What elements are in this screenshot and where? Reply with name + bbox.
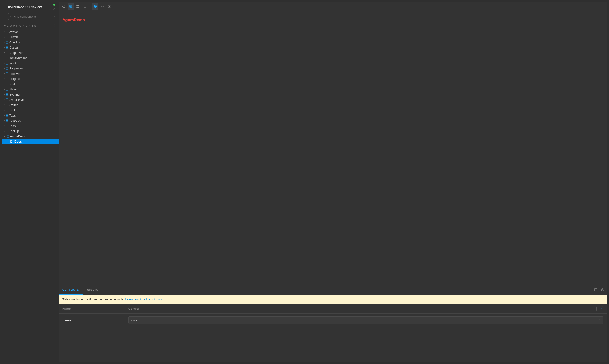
tree-item-popover[interactable]: Popover: [2, 71, 59, 76]
tree-item-avatar[interactable]: Avatar: [2, 29, 59, 35]
search-icon: [9, 15, 12, 18]
svg-rect-71: [84, 5, 85, 8]
refresh-button[interactable]: [61, 3, 67, 10]
tree-item-dropdown[interactable]: Dropdown: [2, 50, 59, 55]
notice-link[interactable]: Learn how to add controls: [125, 298, 160, 301]
tree-item-label: TextArea: [9, 119, 21, 122]
measure-button[interactable]: [99, 3, 106, 10]
tree-item-toast[interactable]: Toast: [2, 123, 59, 129]
caret-right-icon: [4, 120, 5, 122]
svg-line-1: [11, 17, 12, 17]
component-icon: [6, 119, 8, 122]
tree-item-label: SvgaPlayer: [9, 98, 25, 102]
tree-item-checkbox[interactable]: Checkbox: [2, 40, 59, 45]
component-icon: [6, 93, 8, 96]
component-icon: [6, 62, 8, 65]
toolbar-separator: [90, 4, 90, 9]
caret-down-icon: [4, 25, 6, 26]
tree-item-svgaplayer[interactable]: SvgaPlayer: [2, 97, 59, 103]
component-icon: [6, 67, 8, 70]
menu-button[interactable]: [49, 4, 55, 10]
component-icon: [7, 135, 9, 138]
tree-item-label: AgoraDemo: [10, 135, 26, 138]
svg-rect-70: [78, 7, 79, 8]
tree-item-docs[interactable]: Docs: [2, 139, 59, 144]
component-icon: [6, 31, 8, 33]
search-input[interactable]: [13, 15, 53, 18]
chevron-down-icon: [598, 318, 600, 322]
svg-rect-69: [76, 7, 77, 8]
tree-item-progress[interactable]: Progress: [2, 76, 59, 82]
component-icon: [6, 130, 8, 132]
tree-item-slider[interactable]: Slider: [2, 87, 59, 92]
caret-right-icon: [4, 52, 5, 54]
tree-item-label: Slider: [9, 88, 17, 91]
bookmark-icon: [10, 140, 13, 143]
viewport-button[interactable]: [81, 3, 88, 10]
caret-right-icon: [4, 130, 5, 132]
tree-item-textarea[interactable]: TextArea: [2, 118, 59, 124]
tree-item-label: Toast: [9, 124, 16, 128]
tree-item-inputnumber[interactable]: InputNumber: [2, 55, 59, 61]
tree-item-tooltip[interactable]: ToolTip: [2, 129, 59, 134]
grid-button[interactable]: [75, 3, 81, 10]
tree-item-label: Avatar: [9, 30, 18, 34]
caret-right-icon: [4, 93, 5, 95]
tree-item-radio[interactable]: Radio: [2, 81, 59, 87]
panel-orientation-button[interactable]: [594, 288, 598, 292]
tree-item-tabs[interactable]: Tabs: [2, 113, 59, 118]
caret-right-icon: [4, 67, 5, 69]
tree-item-pagination[interactable]: Pagination: [2, 66, 59, 71]
zoom-button[interactable]: [67, 3, 74, 10]
tree-item-button[interactable]: Button: [2, 35, 59, 40]
search-input-wrap[interactable]: /: [7, 13, 54, 20]
tab-controls[interactable]: Controls (1): [59, 285, 83, 295]
tree-item-label: Button: [9, 35, 18, 39]
caret-right-icon: [4, 47, 5, 49]
tree-item-label: Progress: [9, 77, 21, 80]
svg-rect-68: [78, 5, 79, 6]
component-icon: [6, 52, 8, 54]
tree-item-svgimg[interactable]: SvgImg: [2, 92, 59, 97]
tree-item-dialog[interactable]: Dialog: [2, 45, 59, 50]
caret-right-icon: [4, 36, 5, 38]
tree-item-label: Tabs: [9, 114, 15, 117]
caret-right-icon: [4, 109, 5, 111]
caret-right-icon: [4, 125, 5, 127]
tree-item-input[interactable]: Input: [2, 61, 59, 66]
controls-notice: This story is not configured to handle c…: [59, 295, 607, 304]
component-icon: [6, 109, 8, 111]
component-icon: [6, 83, 8, 85]
svg-rect-67: [76, 5, 77, 6]
tree-item-switch[interactable]: Switch: [2, 102, 59, 108]
component-icon: [6, 104, 8, 106]
caret-right-icon: [4, 31, 5, 33]
component-icon: [6, 114, 8, 117]
close-panel-button[interactable]: [601, 288, 604, 292]
caret-right-icon: [4, 41, 5, 43]
control-select-theme[interactable]: dark: [128, 316, 603, 324]
tab-actions[interactable]: Actions: [83, 285, 102, 295]
select-value: dark: [132, 318, 137, 322]
controls-header-row: Name Control: [59, 304, 607, 314]
tree-item-agorademo[interactable]: AgoraDemo: [2, 134, 59, 139]
caret-right-icon: [4, 99, 5, 101]
tree-item-label: Popover: [9, 72, 20, 76]
demo-title: AgoraDemo: [63, 18, 85, 22]
canvas-toolbar: [59, 2, 607, 11]
tree-item-table[interactable]: Table: [2, 108, 59, 113]
sidebar-header: CloudClass UI Preview: [2, 4, 59, 13]
section-header-components[interactable]: COMPONENTS: [2, 24, 59, 29]
addons-tabbar: Controls (1) Actions: [59, 285, 607, 295]
preview-canvas: AgoraDemo: [59, 11, 607, 285]
header-control: Control: [128, 307, 596, 310]
globe-button[interactable]: [92, 3, 98, 10]
sidebar: CloudClass UI Preview / COMPONENTS: [2, 2, 59, 362]
caret-right-icon: [4, 73, 5, 75]
expand-collapse-icon[interactable]: [53, 24, 55, 27]
reset-controls-button[interactable]: [596, 306, 603, 311]
chevron-right-icon: ›: [161, 298, 162, 301]
notice-text: This story is not configured to handle c…: [63, 298, 124, 301]
outline-button[interactable]: [106, 3, 112, 10]
tab-label: Actions: [87, 288, 98, 291]
